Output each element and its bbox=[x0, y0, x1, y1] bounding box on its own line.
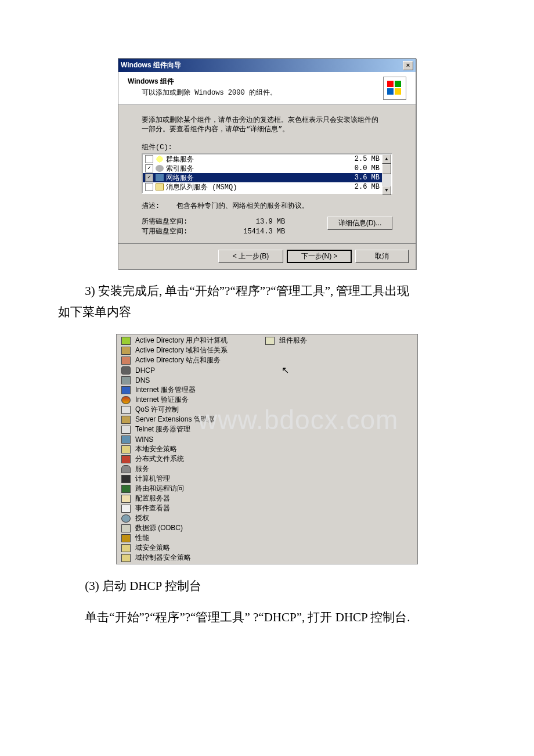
mi-se-icon bbox=[121, 416, 131, 424]
mi-perf-icon bbox=[121, 534, 131, 542]
menu-item-label: 数据源 (ODBC) bbox=[135, 523, 183, 533]
component-row[interactable]: ✓索引服务0.0 MB bbox=[143, 164, 382, 173]
menu-item[interactable]: 域安全策略 bbox=[119, 543, 258, 553]
component-name: 索引服务 bbox=[166, 164, 339, 174]
paragraph-section3: (3) 启动 DHCP 控制台 bbox=[58, 576, 476, 597]
checkbox[interactable]: ✓ bbox=[145, 174, 153, 182]
menu-item[interactable]: 分布式文件系统 bbox=[119, 454, 258, 464]
scroll-down-icon[interactable]: ▼ bbox=[382, 186, 391, 195]
menu-item-label: 计算机管理 bbox=[135, 474, 170, 484]
menu-item[interactable]: QoS 许可控制 bbox=[119, 405, 258, 415]
windows-logo-icon bbox=[383, 77, 406, 100]
admin-tools-menu: Active Directory 用户和计算机Active Directory … bbox=[116, 334, 418, 564]
menu-item[interactable]: Internet 服务管理器 bbox=[119, 385, 258, 395]
component-size: 0.0 MB bbox=[339, 164, 380, 172]
back-button[interactable]: < 上一步(B) bbox=[218, 250, 283, 263]
component-row[interactable]: 群集服务2.5 MB bbox=[143, 154, 382, 164]
menu-item[interactable]: Internet 验证服务 bbox=[119, 395, 258, 405]
menu-item-label: Internet 验证服务 bbox=[135, 395, 189, 405]
components-listbox[interactable]: 群集服务2.5 MB✓索引服务0.0 MB✓网络服务3.6 MB消息队列服务 (… bbox=[142, 153, 392, 194]
menu-item-label: DNS bbox=[135, 376, 150, 384]
required-space-label: 所需磁盘空间: bbox=[142, 217, 223, 226]
component-name: 群集服务 bbox=[166, 154, 339, 164]
checkbox[interactable]: ✓ bbox=[145, 164, 153, 172]
menu-item[interactable]: 组件服务 bbox=[263, 336, 415, 345]
component-icon bbox=[156, 183, 164, 190]
component-name: 消息队列服务 (MSMQ) bbox=[166, 182, 339, 192]
menu-item[interactable]: 数据源 (ODBC) bbox=[119, 523, 258, 533]
available-space-value: 15414.3 MB bbox=[227, 228, 285, 236]
description-text: 包含各种专门的、网络相关的服务和协议。 bbox=[176, 201, 309, 211]
menu-item-label: 授权 bbox=[135, 513, 149, 523]
menu-item-label: Active Directory 用户和计算机 bbox=[135, 336, 228, 345]
scroll-thumb[interactable] bbox=[382, 164, 391, 174]
mi-comsvc-icon bbox=[265, 337, 275, 345]
mi-secpol-icon bbox=[121, 445, 131, 453]
menu-item[interactable]: 域控制器安全策略 bbox=[119, 553, 258, 563]
menu-item[interactable]: 性能 bbox=[119, 533, 258, 543]
mi-ad3-icon bbox=[121, 357, 131, 365]
mi-telnet-icon bbox=[121, 426, 131, 434]
menu-item-label: 配置服务器 bbox=[135, 494, 170, 503]
checkbox[interactable] bbox=[145, 155, 153, 163]
menu-item[interactable]: 本地安全策略 bbox=[119, 444, 258, 454]
menu-item[interactable]: 计算机管理 bbox=[119, 474, 258, 484]
component-size: 2.6 MB bbox=[339, 183, 380, 191]
menu-item[interactable]: 路由和远程访问 bbox=[119, 484, 258, 494]
cancel-button[interactable]: 取消 bbox=[355, 250, 409, 263]
description-label: 描述: bbox=[142, 201, 176, 211]
mi-iis-icon bbox=[121, 386, 131, 394]
mi-rras-icon bbox=[121, 485, 131, 493]
mi-dcsec-icon bbox=[121, 554, 131, 562]
menu-item-label: QoS 许可控制 bbox=[135, 405, 179, 415]
next-button[interactable]: 下一步(N) > bbox=[287, 250, 352, 263]
menu-item[interactable]: 配置服务器 bbox=[119, 494, 258, 503]
dialog-body: ↖ 要添加或删除某个组件，请单击旁边的复选框。灰色框表示只会安装该组件的 一部分… bbox=[118, 105, 416, 243]
header-title: Windows 组件 bbox=[128, 77, 377, 87]
menu-item[interactable]: Active Directory 用户和计算机 bbox=[119, 336, 258, 345]
menu-item-label: Active Directory 域和信任关系 bbox=[135, 345, 228, 355]
body-text-line2: 一部分。要查看组件内容，请单击“详细信息”。 bbox=[142, 125, 392, 134]
mi-odbc-icon bbox=[121, 524, 131, 532]
menu-item[interactable]: DNS bbox=[119, 375, 258, 385]
menu-item-label: 路由和远程访问 bbox=[135, 484, 184, 494]
mi-dhcp-icon bbox=[121, 366, 131, 375]
scrollbar[interactable]: ▲ ▼ bbox=[382, 154, 391, 193]
paragraph-dhcp-open: 单击“开始”?“程序”?“管理工具” ?“DHCP”, 打开 DHCP 控制台. bbox=[58, 607, 476, 628]
windows-components-dialog: Windows 组件向导 × Windows 组件 可以添加或删除 Window… bbox=[118, 58, 416, 269]
menu-item[interactable]: 授权 bbox=[119, 513, 258, 523]
component-icon bbox=[156, 174, 164, 181]
menu-item-label: 事件查看器 bbox=[135, 503, 170, 513]
menu-item-label: Active Directory 站点和服务 bbox=[135, 355, 221, 365]
mi-dsec-icon bbox=[121, 544, 131, 552]
checkbox[interactable] bbox=[145, 183, 153, 191]
menu-item-label: 组件服务 bbox=[279, 336, 307, 345]
menu-item[interactable]: 服务 bbox=[119, 464, 258, 474]
component-row[interactable]: 消息队列服务 (MSMQ)2.6 MB bbox=[143, 182, 382, 192]
mi-compmg-icon bbox=[121, 475, 131, 483]
component-size: 2.5 MB bbox=[339, 155, 380, 163]
mi-services-icon bbox=[121, 465, 131, 473]
scroll-up-icon[interactable]: ▲ bbox=[382, 154, 391, 164]
mi-qos-icon bbox=[121, 406, 131, 414]
menu-item[interactable]: Active Directory 站点和服务 bbox=[119, 355, 258, 365]
details-button[interactable]: 详细信息(D)... bbox=[327, 217, 392, 230]
menu-item[interactable]: Telnet 服务器管理 bbox=[119, 424, 258, 434]
component-name: 网络服务 bbox=[166, 173, 339, 183]
dialog-header: Windows 组件 可以添加或删除 Windows 2000 的组件。 bbox=[118, 72, 416, 105]
menu-item-label: 本地安全策略 bbox=[135, 444, 177, 454]
close-icon[interactable]: × bbox=[403, 61, 413, 70]
menu-item[interactable]: DHCP bbox=[119, 365, 258, 375]
dialog-title: Windows 组件向导 bbox=[121, 60, 403, 70]
components-label: 组件(C): bbox=[142, 142, 392, 152]
menu-item[interactable]: Server Extensions 管理器 bbox=[119, 415, 258, 424]
menu-item[interactable]: Active Directory 域和信任关系 bbox=[119, 345, 258, 355]
component-icon bbox=[156, 165, 164, 172]
body-text-line1: 要添加或删除某个组件，请单击旁边的复选框。灰色框表示只会安装该组件的 bbox=[142, 116, 392, 125]
component-row[interactable]: ✓网络服务3.6 MB bbox=[143, 173, 382, 182]
menu-item[interactable]: 事件查看器 bbox=[119, 503, 258, 513]
menu-item[interactable]: WINS bbox=[119, 434, 258, 444]
mi-dfs-icon bbox=[121, 455, 131, 463]
dialog-titlebar: Windows 组件向导 × bbox=[118, 59, 416, 72]
menu-item-label: 性能 bbox=[135, 533, 149, 543]
